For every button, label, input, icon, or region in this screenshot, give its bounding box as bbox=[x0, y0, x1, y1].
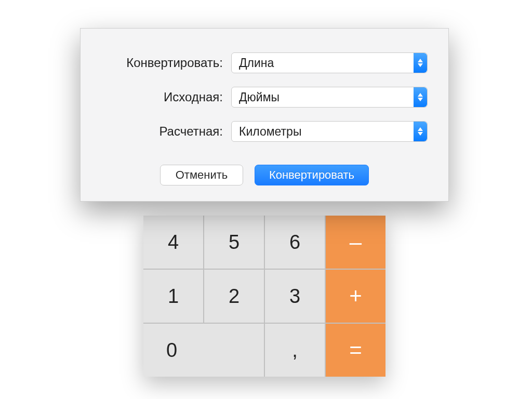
key-minus[interactable]: – bbox=[326, 216, 385, 269]
conversion-dialog: Конвертировать: Длина Исходная: Дюймы Ра… bbox=[80, 28, 449, 202]
calculator-panel: 4 5 6 – 1 2 3 + 0 , = bbox=[143, 216, 385, 377]
row-to: Расчетная: Километры bbox=[101, 121, 428, 142]
row-convert: Конвертировать: Длина bbox=[101, 52, 428, 73]
calculator-keypad: 4 5 6 – 1 2 3 + 0 , = bbox=[143, 216, 385, 377]
label-to: Расчетная: bbox=[101, 124, 231, 139]
key-2[interactable]: 2 bbox=[204, 270, 264, 323]
key-3[interactable]: 3 bbox=[265, 270, 325, 323]
key-6[interactable]: 6 bbox=[265, 216, 325, 269]
key-5[interactable]: 5 bbox=[204, 216, 264, 269]
key-1[interactable]: 1 bbox=[143, 270, 203, 323]
key-equals[interactable]: = bbox=[326, 324, 385, 377]
key-0[interactable]: 0 bbox=[143, 324, 264, 377]
select-to-unit[interactable]: Километры bbox=[231, 121, 428, 142]
select-from-unit[interactable]: Дюймы bbox=[231, 87, 428, 108]
key-decimal[interactable]: , bbox=[265, 324, 325, 377]
select-to-unit-value: Километры bbox=[232, 125, 301, 139]
label-from: Исходная: bbox=[101, 90, 231, 104]
key-4[interactable]: 4 bbox=[143, 216, 203, 269]
select-stepper-icon bbox=[414, 122, 427, 141]
row-from: Исходная: Дюймы bbox=[101, 87, 428, 108]
cancel-button[interactable]: Отменить bbox=[160, 165, 243, 185]
select-from-unit-value: Дюймы bbox=[232, 90, 280, 104]
key-plus[interactable]: + bbox=[326, 270, 385, 323]
select-conversion-type-value: Длина bbox=[232, 56, 274, 70]
select-stepper-icon bbox=[414, 87, 427, 107]
convert-button[interactable]: Конвертировать bbox=[255, 165, 369, 185]
dialog-buttons: Отменить Конвертировать bbox=[101, 165, 428, 185]
select-conversion-type[interactable]: Длина bbox=[231, 52, 428, 73]
label-convert: Конвертировать: bbox=[101, 56, 231, 70]
select-stepper-icon bbox=[414, 53, 427, 73]
